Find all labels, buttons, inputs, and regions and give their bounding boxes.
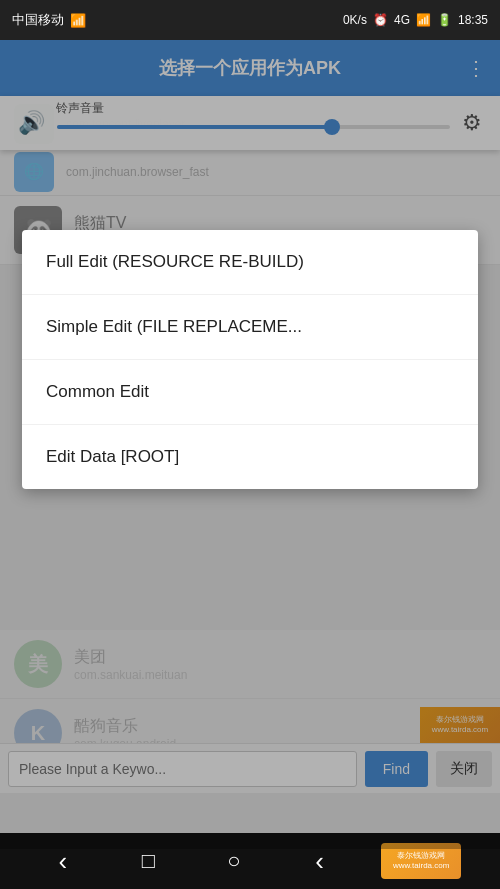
menu-item-simple-edit[interactable]: Simple Edit (FILE REPLACEME... <box>22 295 478 360</box>
status-left: 中国移动 📶 <box>12 11 86 29</box>
app-container: 选择一个应用作为APK ⋮ 铃声音量 🔊 ⚙ ▶ com.tencent.liv… <box>0 40 500 849</box>
menu-item-full-edit[interactable]: Full Edit (RESOURCE RE-BUILD) <box>22 230 478 295</box>
context-menu: Full Edit (RESOURCE RE-BUILD) Simple Edi… <box>22 230 478 489</box>
signal-icon: 📶 <box>416 13 431 27</box>
carrier-text: 中国移动 <box>12 11 64 29</box>
time-text: 18:35 <box>458 13 488 27</box>
status-bar: 中国移动 📶 0K/s ⏰ 4G 📶 🔋 18:35 <box>0 0 500 40</box>
menu-item-common-edit[interactable]: Common Edit <box>22 360 478 425</box>
nav-watermark-text: 泰尔钱游戏网www.tairda.com <box>393 851 449 872</box>
alarm-icon: ⏰ <box>373 13 388 27</box>
network-text: 4G <box>394 13 410 27</box>
status-right: 0K/s ⏰ 4G 📶 🔋 18:35 <box>343 13 488 27</box>
carrier-icon: 📶 <box>70 13 86 28</box>
battery-icon: 🔋 <box>437 13 452 27</box>
speed-text: 0K/s <box>343 13 367 27</box>
menu-item-edit-data[interactable]: Edit Data [ROOT] <box>22 425 478 489</box>
